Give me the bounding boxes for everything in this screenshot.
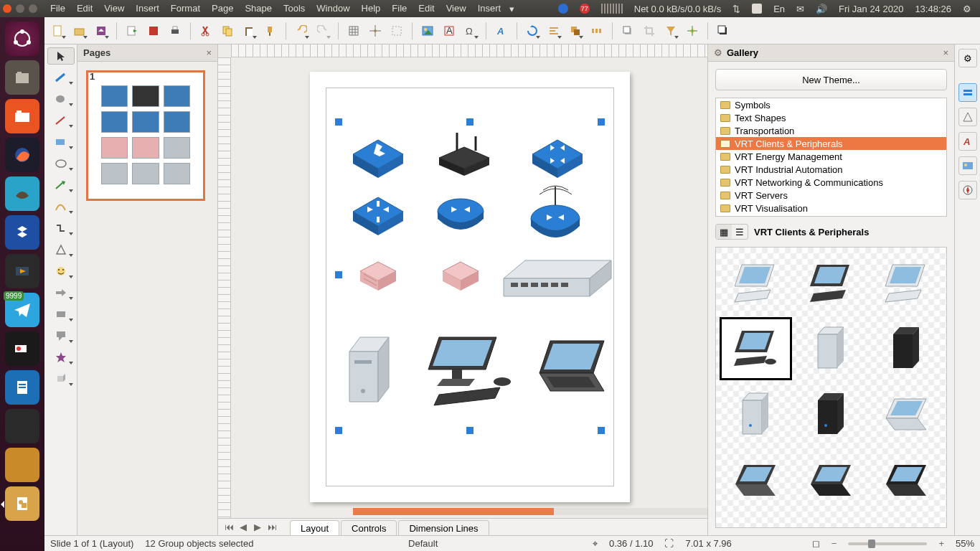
sidebar-settings-icon[interactable]: ⚙ [714, 47, 722, 58]
shape-switch[interactable] [349, 136, 407, 179]
icon-view-grid[interactable]: ▦ [716, 225, 732, 239]
launcher-writer[interactable] [5, 370, 39, 405]
gluepoint-button[interactable] [683, 22, 702, 40]
volume-icon[interactable]: 🔊 [810, 4, 833, 14]
shape-firewall1[interactable] [357, 258, 400, 294]
gallery-item[interactable] [871, 450, 942, 512]
zoom-slider-knob[interactable] [868, 540, 875, 548]
selection-handle[interactable] [335, 118, 342, 126]
export-pdf-button[interactable] [144, 22, 163, 40]
menu-shape[interactable]: Shape [239, 0, 278, 17]
zoom-percent[interactable]: 55% [956, 538, 974, 549]
filter-button[interactable] [661, 22, 680, 40]
snap-button[interactable] [366, 22, 385, 40]
pages-panel-close[interactable]: × [206, 47, 212, 58]
maximize-icon[interactable] [29, 4, 37, 13]
distribute-button[interactable] [588, 22, 606, 40]
redo-button[interactable] [314, 22, 332, 40]
minimize-icon[interactable] [16, 4, 24, 13]
horizontal-ruler[interactable] [231, 44, 707, 57]
gallery-item[interactable] [871, 252, 942, 314]
shape-tower-pc[interactable] [339, 330, 403, 409]
selection-handle[interactable] [598, 427, 605, 434]
deck-gallery[interactable] [958, 156, 977, 175]
3d-tool[interactable] [47, 370, 75, 387]
gallery-item[interactable] [871, 318, 942, 380]
gallery-item[interactable] [720, 516, 791, 528]
theme-item-selected[interactable]: VRT Clients & Peripherals [716, 137, 946, 150]
star-tool[interactable] [47, 349, 75, 366]
zoom-slider[interactable] [848, 542, 927, 545]
gallery-view-mode[interactable]: ▦☰ [715, 224, 748, 240]
selection-handle[interactable] [598, 118, 605, 126]
menu-edit[interactable]: Edit [71, 0, 98, 17]
arrange-button[interactable] [566, 22, 585, 40]
rotate-button[interactable] [523, 22, 542, 40]
shape-router-round[interactable] [435, 194, 486, 233]
ellipse-tool[interactable] [47, 155, 75, 172]
gallery-item[interactable] [720, 384, 791, 446]
drawing-canvas[interactable] [231, 57, 707, 518]
undo-button[interactable] [292, 22, 311, 40]
arrow-tool[interactable] [47, 176, 75, 194]
deck-shapes[interactable] [958, 108, 977, 126]
nav-prev[interactable]: ◀ [237, 519, 250, 535]
gallery-item[interactable] [796, 318, 867, 380]
copy-button[interactable] [218, 22, 237, 40]
keyboard-icon[interactable] [746, 4, 768, 14]
cut-button[interactable] [197, 22, 215, 40]
menu-insert[interactable]: Insert [130, 0, 165, 17]
extrusion-button[interactable] [714, 22, 732, 40]
theme-item[interactable]: VRT Energy Management [716, 150, 946, 163]
new-theme-button[interactable]: New Theme... [715, 69, 947, 90]
indicator-app[interactable] [552, 4, 574, 14]
deck-styles[interactable]: A [958, 132, 977, 151]
tab-layout[interactable]: Layout [290, 520, 339, 535]
theme-item[interactable]: VRT Visualisation [716, 202, 946, 215]
open-button[interactable] [70, 22, 89, 40]
symbol-shapes-tool[interactable] [47, 263, 75, 280]
menu-file[interactable]: File [44, 0, 71, 17]
shape-router-black[interactable] [435, 129, 493, 179]
block-arrow-tool[interactable] [47, 284, 75, 301]
shape-firewall2[interactable] [439, 258, 482, 294]
gallery-item[interactable] [796, 450, 867, 512]
theme-item[interactable]: Symbols [716, 98, 946, 111]
clone-format-button[interactable] [261, 22, 280, 40]
menu-insert-2[interactable]: Insert [472, 0, 507, 17]
power-icon[interactable]: ⚙ [957, 4, 977, 14]
gallery-close[interactable]: × [943, 47, 948, 58]
theme-item[interactable]: Transportation [716, 124, 946, 137]
menu-view-2[interactable]: View [440, 0, 472, 17]
gallery-item[interactable] [720, 252, 791, 314]
theme-item[interactable]: VRT Servers [716, 189, 946, 202]
insert-special-button[interactable]: Ω [461, 22, 480, 40]
indicator-cpu[interactable]: 77 [574, 4, 595, 14]
tab-controls[interactable]: Controls [341, 520, 397, 535]
print-button[interactable] [166, 22, 184, 40]
shape-multilayer-switch[interactable] [529, 136, 586, 179]
nav-first[interactable]: ⏮ [222, 519, 235, 535]
clock-date[interactable]: Fri Jan 24 2020 [833, 4, 909, 14]
nav-last[interactable]: ⏭ [265, 519, 278, 535]
h-scrollbar-thumb[interactable] [353, 508, 554, 515]
align-button[interactable] [545, 22, 563, 40]
lang-indicator[interactable]: En [768, 4, 791, 14]
fontwork-button[interactable]: A [492, 22, 511, 40]
close-icon[interactable] [3, 4, 11, 13]
nav-next[interactable]: ▶ [251, 519, 264, 535]
theme-item[interactable]: Text Shapes [716, 111, 946, 124]
export-button[interactable] [123, 22, 141, 40]
selection-handle[interactable] [466, 427, 473, 434]
rect-tool[interactable] [47, 133, 75, 151]
zoom-fit-icon[interactable]: ◻ [812, 538, 820, 549]
shape-desktop-monitor[interactable] [418, 330, 518, 423]
gallery-item[interactable] [796, 516, 867, 528]
indicator-netgraph[interactable] [595, 4, 628, 14]
gallery-item[interactable] [796, 384, 867, 446]
menu-file-2[interactable]: File [386, 0, 413, 17]
shape-rack-switch[interactable] [496, 257, 618, 314]
shape-laptop[interactable] [532, 337, 611, 409]
deck-navigator[interactable] [958, 181, 977, 199]
zoom-out-button[interactable]: − [831, 538, 837, 549]
